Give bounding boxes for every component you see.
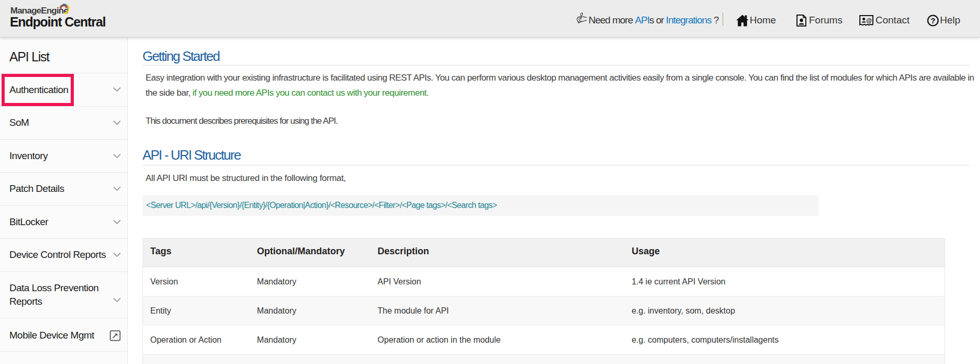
svg-text:?: ? [931, 16, 935, 25]
svg-text:@: @ [866, 17, 872, 23]
